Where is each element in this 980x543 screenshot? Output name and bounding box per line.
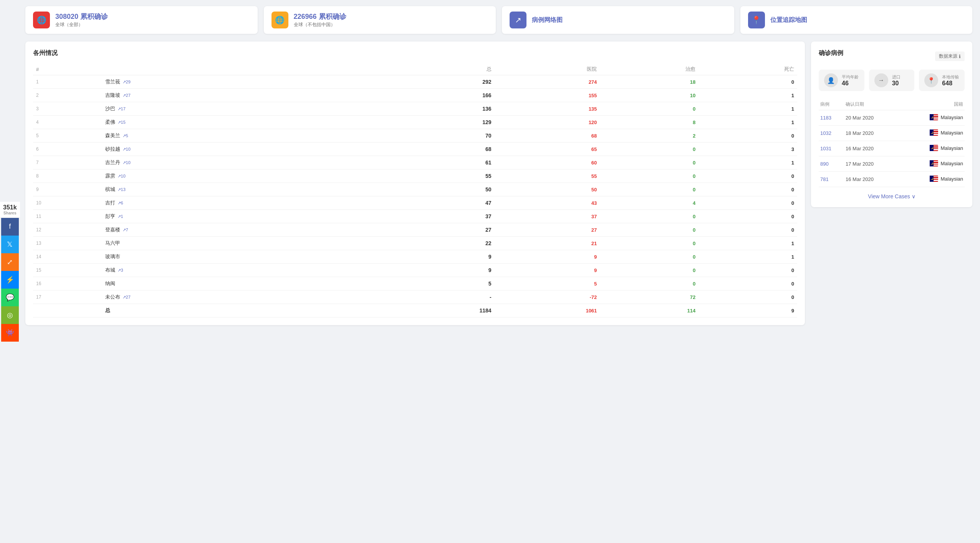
- state-name-text: 登嘉楼: [105, 227, 120, 232]
- row-hospital: 274: [495, 75, 600, 89]
- shares-label: Shares: [3, 211, 17, 215]
- row-hospital: 27: [495, 223, 600, 237]
- case-link[interactable]: 890: [820, 161, 829, 167]
- cases-stat-box-0: 👤 平均年龄 46: [819, 70, 864, 91]
- stat-card-network-map[interactable]: ↗ 病例网络图: [502, 6, 734, 34]
- messenger-share-button[interactable]: ⚡: [1, 271, 19, 289]
- row-state-name: 未公布↗27: [102, 291, 384, 304]
- row-index: [33, 304, 102, 317]
- row-hospital: 1061: [495, 304, 600, 317]
- wechat-share-button[interactable]: ◎: [1, 306, 19, 324]
- share-button[interactable]: ⤢: [1, 253, 19, 271]
- row-recovered: 0: [600, 223, 699, 237]
- whatsapp-share-button[interactable]: 💬: [1, 289, 19, 306]
- row-deaths: 0: [699, 129, 797, 143]
- row-index: 16: [33, 277, 102, 291]
- stat-card-location-map[interactable]: 📍 位置追踪地图: [740, 6, 973, 34]
- case-date: 18 Mar 2020: [844, 126, 900, 141]
- flag-icon: 🌙 Malaysian: [930, 176, 963, 182]
- state-table-row: 4柔佛↗1512912081: [33, 116, 797, 129]
- row-recovered: 0: [600, 183, 699, 196]
- row-index: 15: [33, 264, 102, 277]
- row-hospital: 68: [495, 129, 600, 143]
- stat-box-label-0: 平均年龄: [842, 74, 859, 80]
- row-state-name: 彭亨↗1: [102, 210, 384, 223]
- case-nationality: 🌙 Malaysian: [900, 156, 965, 172]
- row-recovered: 0: [600, 277, 699, 291]
- row-total: 9: [384, 250, 494, 264]
- state-name-text: 霹雳: [105, 173, 115, 179]
- stat-box-value-0: 46: [842, 80, 859, 87]
- global-total-number: 308020 累积确诊: [55, 12, 108, 21]
- location-icon: 📍: [748, 12, 765, 28]
- row-index: 5: [33, 129, 102, 143]
- row-index: 12: [33, 223, 102, 237]
- state-name-text: 总: [105, 307, 110, 313]
- row-hospital: 120: [495, 116, 600, 129]
- row-state-name: 沙巴↗17: [102, 102, 384, 116]
- case-link[interactable]: 1031: [820, 146, 831, 151]
- trend-badge: ↗10: [122, 147, 131, 151]
- state-data-table: # 总 医院 治愈 死亡 1雪兰莪↗292922741802吉隆坡↗271661…: [33, 63, 797, 317]
- state-table-row: 14玻璃市9901: [33, 250, 797, 264]
- cases-stats-row: 👤 平均年龄 46 → 进口 30 📍 本地传输 648: [819, 70, 965, 91]
- row-deaths: 9: [699, 304, 797, 317]
- row-state-name: 马六甲: [102, 237, 384, 250]
- view-more-cases-link[interactable]: View More Cases ∨: [868, 193, 915, 199]
- row-state-name: 砂拉越↗10: [102, 143, 384, 156]
- state-name-text: 吉隆坡: [105, 92, 120, 98]
- global-excl-number: 226966 累积确诊: [294, 12, 346, 21]
- row-hospital: 65: [495, 143, 600, 156]
- row-state-name: 霹雳↗10: [102, 169, 384, 183]
- state-table-row: 8霹雳↗10555500: [33, 169, 797, 183]
- state-name-text: 森美兰: [105, 133, 120, 138]
- row-deaths: 3: [699, 143, 797, 156]
- data-source-button[interactable]: 数据来源 ℹ: [935, 51, 965, 61]
- row-hospital: 5: [495, 277, 600, 291]
- row-deaths: 0: [699, 291, 797, 304]
- social-count: 351k Shares: [0, 202, 20, 218]
- case-link[interactable]: 781: [820, 176, 829, 182]
- twitter-share-button[interactable]: 𝕏: [1, 236, 19, 253]
- state-name-text: 玻璃市: [105, 254, 120, 259]
- row-state-name: 雪兰莪↗29: [102, 75, 384, 89]
- malaysia-flag: 🌙: [930, 145, 938, 151]
- row-deaths: 1: [699, 102, 797, 116]
- malaysia-flag: 🌙: [930, 160, 938, 166]
- row-recovered: 18: [600, 75, 699, 89]
- trend-badge: ↗27: [122, 93, 131, 98]
- row-deaths: 0: [699, 183, 797, 196]
- row-index: 8: [33, 169, 102, 183]
- stat-box-value-1: 30: [892, 80, 901, 87]
- facebook-share-button[interactable]: f: [1, 218, 19, 236]
- row-deaths: 0: [699, 264, 797, 277]
- state-table-row: 2吉隆坡↗27166155101: [33, 89, 797, 102]
- cases-table-row: 118320 Mar 2020 🌙 Malaysian: [819, 110, 965, 126]
- row-index: 6: [33, 143, 102, 156]
- state-table-row: 总118410611149: [33, 304, 797, 317]
- row-deaths: 1: [699, 250, 797, 264]
- malaysia-flag: 🌙: [930, 114, 938, 120]
- row-total: 1184: [384, 304, 494, 317]
- row-recovered: 4: [600, 196, 699, 210]
- row-total: 5: [384, 277, 494, 291]
- trend-badge: ↗5: [122, 133, 128, 138]
- row-total: 292: [384, 75, 494, 89]
- row-recovered: 0: [600, 210, 699, 223]
- row-total: 166: [384, 89, 494, 102]
- trend-badge: ↗10: [122, 160, 131, 165]
- case-link[interactable]: 1032: [820, 130, 831, 136]
- row-recovered: 0: [600, 102, 699, 116]
- cases-table-row: 89017 Mar 2020 🌙 Malaysian: [819, 156, 965, 172]
- state-table-row: 5森美兰↗5706820: [33, 129, 797, 143]
- trend-badge: ↗3: [118, 268, 123, 272]
- row-recovered: 10: [600, 89, 699, 102]
- state-table-row: 15布城↗39900: [33, 264, 797, 277]
- row-state-name: 柔佛↗15: [102, 116, 384, 129]
- state-name-text: 砂拉越: [105, 146, 120, 152]
- reddit-share-button[interactable]: 👾: [1, 324, 19, 332]
- row-hospital: 43: [495, 196, 600, 210]
- case-link[interactable]: 1183: [820, 115, 831, 121]
- row-hospital: 135: [495, 102, 600, 116]
- row-deaths: 0: [699, 277, 797, 291]
